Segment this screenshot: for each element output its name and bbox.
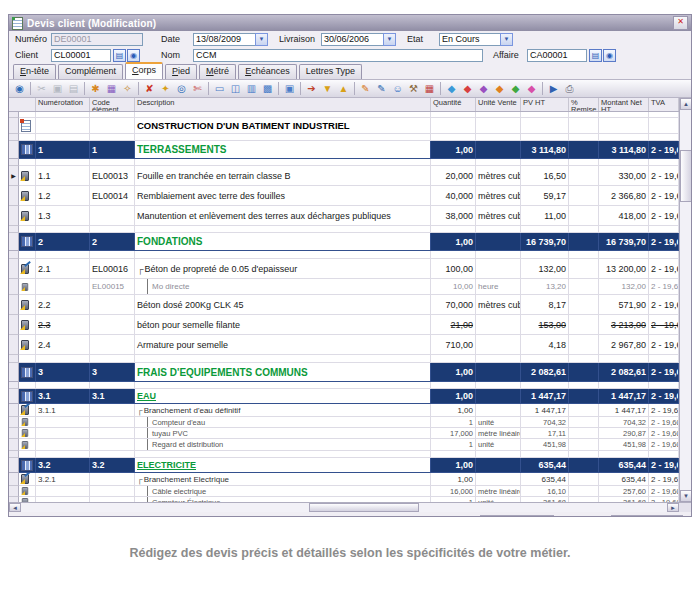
- grid-row[interactable]: 33FRAIS D'EQUIPEMENTS COMMUNS1,002 082,6…: [9, 363, 691, 382]
- column-header-tva[interactable]: TVA: [649, 98, 679, 111]
- diamond-pink-icon[interactable]: ◆: [524, 81, 539, 96]
- grid-row[interactable]: Compteur d'eau1unité704,32704,322 - 19,6…: [9, 417, 691, 428]
- grid-row[interactable]: 2.2Béton dosé 200Kg CLK 4570,000mètres c…: [9, 295, 691, 315]
- vertical-scrollbar[interactable]: ▲ ▼: [679, 98, 691, 502]
- grid-row[interactable]: tuyau PVC17,000mètre linéaire17,11290,87…: [9, 428, 691, 439]
- print-icon[interactable]: ⎙: [562, 81, 577, 96]
- cascade-windows-icon[interactable]: ▣: [282, 81, 297, 96]
- diamond-green-icon[interactable]: ◆: [508, 81, 523, 96]
- red-grid-icon[interactable]: ▦: [422, 81, 437, 96]
- cut-icon[interactable]: ✂: [34, 81, 49, 96]
- column-header-unit-vente[interactable]: Unité Vente: [476, 98, 521, 111]
- tab-lettres-type[interactable]: Lettres Type: [299, 64, 362, 79]
- vertical-scroll-thumb[interactable]: [680, 150, 692, 202]
- search-icon[interactable]: ◎: [174, 81, 189, 96]
- view-grid-icon[interactable]: ▥: [244, 81, 259, 96]
- grid-row[interactable]: 1.3Manutention et enlèvement des terres …: [9, 206, 691, 226]
- insert-element-icon[interactable]: ▦: [104, 81, 119, 96]
- tab-m-tr-[interactable]: Métré: [199, 64, 236, 79]
- view-normal-icon[interactable]: ▭: [212, 81, 227, 96]
- title-bar[interactable]: Devis client (Modification) ✕: [9, 15, 691, 31]
- column-header-description[interactable]: Description: [135, 98, 431, 111]
- tab-ech-ances[interactable]: Echéances: [238, 64, 297, 79]
- horizontal-scrollbar[interactable]: ◄ ►: [9, 502, 691, 512]
- grid-row[interactable]: 2.3béton pour semelle filante21,00153,00…: [9, 315, 691, 335]
- scroll-up-icon[interactable]: ▲: [680, 98, 692, 110]
- tab-corps[interactable]: Corps: [125, 62, 163, 79]
- etat-field[interactable]: En Cours: [439, 33, 501, 46]
- grid-row[interactable]: CONSTRUCTION D'UN BATIMENT INDUSTRIEL: [9, 118, 691, 134]
- livraison-field[interactable]: 30/06/2006: [321, 33, 384, 46]
- copy-icon[interactable]: ▣: [50, 81, 65, 96]
- date-dropdown-icon[interactable]: ▼: [255, 33, 268, 46]
- move-up-icon[interactable]: ▲: [336, 81, 351, 96]
- client-lookup-icon[interactable]: ▤: [113, 49, 126, 62]
- grid-row[interactable]: 2.1EL00016┌Béton de propreté de 0.05 d'e…: [9, 259, 691, 279]
- client-list-icon[interactable]: ◉: [127, 49, 140, 62]
- client-field[interactable]: CL00001: [51, 49, 111, 62]
- column-header-montant-net-ht[interactable]: Montant Net HT: [599, 98, 649, 111]
- magic-icon[interactable]: ✧: [120, 81, 135, 96]
- tab-pied[interactable]: Pied: [165, 64, 197, 79]
- grid-row[interactable]: EL00015Mo directe10,00heure13,20132,002 …: [9, 279, 691, 295]
- row-selector: [9, 315, 19, 335]
- etat-dropdown-icon[interactable]: ▼: [500, 33, 513, 46]
- diamond-orange-icon[interactable]: ◆: [492, 81, 507, 96]
- scroll-right-icon[interactable]: ►: [667, 503, 679, 512]
- grid-row[interactable]: Regard et distribution1unité451,98451,98…: [9, 439, 691, 451]
- grid-row[interactable]: 3.23.2ELECTRICITE1,00635,44635,442 - 19,…: [9, 458, 691, 473]
- tab-en-t-te[interactable]: En-tête: [13, 64, 56, 79]
- cell-code: [90, 439, 135, 451]
- lock-icon[interactable]: ✦: [158, 81, 173, 96]
- date-field[interactable]: 13/08/2009: [193, 33, 256, 46]
- hammer-icon[interactable]: ⚒: [406, 81, 421, 96]
- edit-orange-icon[interactable]: ✎: [358, 81, 373, 96]
- stamp-icon[interactable]: ✱: [88, 81, 103, 96]
- column-header-num-rotation[interactable]: Numérotation: [36, 98, 90, 111]
- scroll-down-icon[interactable]: ▼: [680, 490, 692, 502]
- edit-blue-icon[interactable]: ✎: [374, 81, 389, 96]
- cell-unite-vente: [476, 404, 521, 417]
- diamond-blue-icon[interactable]: ◆: [444, 81, 459, 96]
- grid-row[interactable]: 3.13.1EAU1,001 447,171 447,172 - 19,60: [9, 389, 691, 404]
- grid-row[interactable]: 3.2.1┌Branchement Electrique1,00635,4463…: [9, 473, 691, 486]
- column-header-code-l-ment[interactable]: Code élément: [90, 98, 135, 111]
- export-icon[interactable]: ➔: [304, 81, 319, 96]
- user-icon[interactable]: ☺: [390, 81, 405, 96]
- affaire-list-icon[interactable]: ◉: [603, 49, 616, 62]
- tab-compl-ment[interactable]: Complément: [58, 64, 123, 79]
- grid-row[interactable]: 11TERRASSEMENTS1,003 114,803 114,802 - 1…: [9, 141, 691, 159]
- view-split-icon[interactable]: ◫: [228, 81, 243, 96]
- cell-unite-vente: unité: [476, 417, 521, 428]
- grid-row[interactable]: Câble electrique16,000mètre linéaire16,1…: [9, 486, 691, 497]
- view-full-icon[interactable]: ▩: [260, 81, 275, 96]
- move-down-icon[interactable]: ▼: [320, 81, 335, 96]
- grid-spacer-row: [9, 451, 691, 458]
- cell-quantite: [431, 382, 476, 389]
- tools-red-icon[interactable]: ✄: [190, 81, 205, 96]
- scroll-left-icon[interactable]: ◄: [9, 503, 21, 512]
- grid-row[interactable]: 2.4Armature pour semelle710,004,182 967,…: [9, 335, 691, 355]
- delete-element-icon[interactable]: ✘: [142, 81, 157, 96]
- grid-row[interactable]: 3.1.1┌Branchement d'eau définitif1,001 4…: [9, 404, 691, 417]
- grid-row[interactable]: 22FONDATIONS1,0016 739,7016 739,702 - 19…: [9, 233, 691, 251]
- cell-code: [90, 355, 135, 363]
- nom-field[interactable]: CCM: [193, 49, 483, 62]
- affaire-lookup-icon[interactable]: ▤: [589, 49, 602, 62]
- grid-row[interactable]: 1.2EL00014Remblaiement avec terre des fo…: [9, 186, 691, 206]
- navigate-globe-icon[interactable]: ◉: [12, 81, 27, 96]
- recalc-checkbox[interactable]: [13, 516, 24, 518]
- column-header-pv-ht[interactable]: PV HT: [521, 98, 569, 111]
- grid-row[interactable]: ▶1.1EL00013Fouille en tranchée en terrai…: [9, 166, 691, 186]
- diamond-purple-icon[interactable]: ◆: [476, 81, 491, 96]
- close-icon[interactable]: ✕: [673, 16, 688, 30]
- horizontal-scroll-thumb[interactable]: [309, 503, 419, 512]
- column-header--remise[interactable]: % Remise: [569, 98, 599, 111]
- cell-montant-net-ht: [599, 355, 649, 363]
- affaire-field[interactable]: CA00001: [527, 49, 587, 62]
- diamond-red-icon[interactable]: ◆: [460, 81, 475, 96]
- column-header-quantit-[interactable]: Quantité: [431, 98, 476, 111]
- paste-icon[interactable]: ▤: [66, 81, 81, 96]
- livraison-dropdown-icon[interactable]: ▼: [383, 33, 396, 46]
- preview-icon[interactable]: ▶: [546, 81, 561, 96]
